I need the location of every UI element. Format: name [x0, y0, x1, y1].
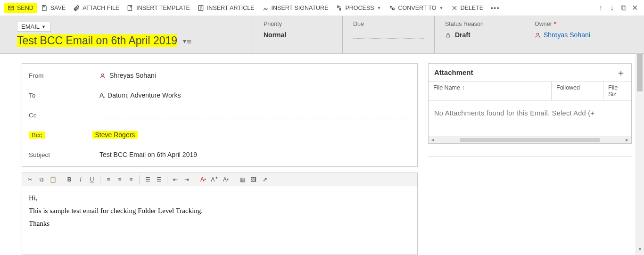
due-label: Due: [353, 21, 424, 27]
align-left-icon: ≡: [107, 176, 110, 183]
underline-button[interactable]: U: [87, 175, 97, 184]
font-color-icon: A: [200, 176, 204, 183]
email-fields-card: From Shreyas Sohani To A. Datum; Adventu…: [22, 63, 418, 167]
svg-point-10: [101, 74, 103, 75]
save-button[interactable]: SAVE: [37, 3, 69, 13]
body-line-1: Hi,: [29, 192, 411, 205]
attachments-h-scrollbar[interactable]: ◄ ►: [429, 136, 631, 143]
scrollbar-thumb[interactable]: [460, 138, 599, 142]
insert-signature-button[interactable]: INSERT SIGNATURE: [258, 3, 332, 13]
bold-icon: B: [67, 176, 72, 183]
scroll-right-icon: ►: [625, 137, 629, 142]
subject-value[interactable]: Test BCC Email on 6th April 2019: [99, 151, 411, 158]
send-button[interactable]: SEND: [4, 3, 37, 13]
more-commands-button[interactable]: •••: [487, 3, 504, 13]
editor-body[interactable]: Hi, This is sample test email for checki…: [22, 186, 417, 236]
table-icon: ▦: [240, 176, 245, 183]
cc-row[interactable]: Cc: [22, 105, 417, 125]
convert-to-label: CONVERT TO: [398, 5, 437, 11]
envelope-icon: [8, 5, 14, 11]
record-title: Test BCC Email on 6th April 2019: [17, 34, 177, 47]
owner-value[interactable]: Shreyas Sohani: [535, 31, 603, 39]
attachments-title: Attachment: [434, 68, 473, 76]
section-divider: [428, 156, 632, 156]
popout-icon: ⧉: [621, 4, 626, 12]
close-icon: ✕: [632, 3, 638, 12]
align-left-button[interactable]: ≡: [103, 175, 114, 184]
from-value[interactable]: Shreyas Sohani: [99, 72, 411, 79]
bcc-row[interactable]: Bcc Steve Rogers: [22, 125, 417, 145]
priority-label: Priority: [264, 21, 332, 27]
close-button[interactable]: ✕: [629, 2, 640, 14]
insert-template-button[interactable]: INSERT TEMPLATE: [123, 3, 194, 13]
nav-up-button[interactable]: ↑: [595, 2, 606, 14]
plus-icon: ＋: [616, 67, 626, 78]
lock-icon: [445, 32, 451, 38]
delete-button[interactable]: DELETE: [447, 3, 487, 13]
font-family-button[interactable]: A▾: [221, 175, 231, 184]
bold-button[interactable]: B: [64, 175, 74, 184]
svg-rect-4: [338, 6, 339, 8]
process-button[interactable]: PROCESS ▼: [332, 3, 385, 13]
save-icon: [41, 5, 48, 11]
font-size-button[interactable]: A✦: [209, 175, 220, 184]
paste-button[interactable]: 📋: [48, 175, 58, 184]
scrollbar-thumb[interactable]: [637, 54, 643, 91]
align-right-button[interactable]: ≡: [126, 175, 136, 184]
add-attachment-button[interactable]: ＋: [616, 69, 626, 76]
to-value[interactable]: A. Datum; Adventure Works: [99, 91, 411, 99]
from-label: From: [29, 72, 99, 79]
ordered-list-icon: ☰: [145, 176, 150, 183]
cut-button[interactable]: ✂: [25, 175, 35, 184]
due-field[interactable]: Due: [342, 16, 434, 53]
unordered-list-icon: ☰: [157, 176, 162, 183]
insert-template-label: INSERT TEMPLATE: [136, 5, 190, 11]
owner-label: Owner: [535, 21, 552, 27]
copy-button[interactable]: ⧉: [36, 175, 47, 184]
body-line-2: This is sample test email for checking F…: [29, 205, 411, 217]
filename-column-header[interactable]: File Name ↑: [429, 82, 551, 100]
priority-field[interactable]: Priority Normal: [253, 16, 342, 53]
owner-field[interactable]: Owner* Shreyas Sohani: [524, 16, 613, 53]
insert-signature-label: INSERT SIGNATURE: [272, 5, 329, 11]
outdent-button[interactable]: ⇤: [170, 175, 181, 184]
form-selector-icon[interactable]: ▾≣: [183, 37, 192, 45]
status-reason-field[interactable]: Status Reason Draft: [434, 16, 524, 53]
bcc-value[interactable]: Steve Rogers: [92, 131, 138, 139]
align-center-icon: ≡: [118, 176, 121, 183]
filesize-column-header[interactable]: File Siz: [603, 82, 631, 100]
chevron-down-icon: ▼: [439, 6, 444, 10]
nav-down-button[interactable]: ↓: [606, 2, 618, 14]
to-row[interactable]: To A. Datum; Adventure Works: [22, 85, 417, 105]
insert-image-button[interactable]: 🖼: [248, 175, 259, 184]
cc-value[interactable]: [99, 112, 411, 118]
indent-icon: ⇥: [184, 176, 189, 183]
ordered-list-button[interactable]: ☰: [142, 175, 153, 184]
command-bar: SEND SAVE ATTACH FILE INSERT TEMPLATE IN…: [0, 0, 644, 16]
signature-icon: [262, 5, 269, 11]
align-center-button[interactable]: ≡: [115, 175, 125, 184]
entity-dropdown[interactable]: EMAIL ▼: [17, 22, 51, 32]
status-reason-label: Status Reason: [445, 21, 513, 27]
from-row[interactable]: From Shreyas Sohani: [22, 66, 417, 85]
insert-article-button[interactable]: INSERT ARTICLE: [194, 3, 258, 13]
link-icon: ⇗: [263, 176, 267, 183]
page-v-scrollbar[interactable]: ▼: [636, 54, 644, 255]
font-color-button[interactable]: A▾: [198, 175, 208, 184]
save-label: SAVE: [50, 5, 66, 11]
person-icon: [535, 32, 541, 38]
editor-card: ✂ ⧉ 📋 B I U ≡ ≡ ≡ ☰ ☰ ⇤ ⇥ A▾ A✦ A▾: [22, 173, 418, 255]
popout-button[interactable]: ⧉: [618, 2, 629, 14]
subject-row[interactable]: Subject Test BCC Email on 6th April 2019: [22, 145, 417, 165]
clipboard-icon: 📋: [50, 176, 57, 183]
copy-icon: ⧉: [40, 176, 44, 183]
italic-button[interactable]: I: [75, 175, 86, 184]
insert-link-button[interactable]: ⇗: [260, 175, 270, 184]
insert-table-button[interactable]: ▦: [237, 175, 248, 184]
unordered-list-button[interactable]: ☰: [154, 175, 164, 184]
followed-column-header[interactable]: Followed: [551, 82, 603, 100]
indent-button[interactable]: ⇥: [182, 175, 192, 184]
convert-to-button[interactable]: CONVERT TO ▼: [385, 3, 447, 13]
attach-file-button[interactable]: ATTACH FILE: [69, 3, 123, 13]
process-icon: [336, 5, 342, 11]
